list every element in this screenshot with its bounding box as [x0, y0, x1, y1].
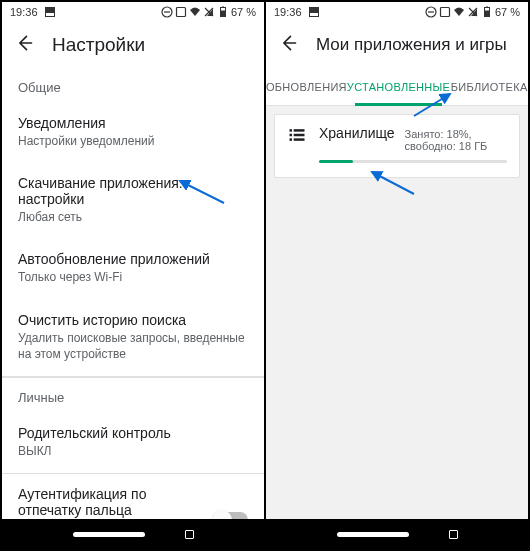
tab-installed[interactable]: УСТАНОВЛЕННЫЕ: [347, 68, 450, 105]
svg-rect-7: [221, 11, 225, 17]
wifi-icon: [453, 6, 465, 18]
svg-rect-22: [290, 138, 293, 141]
svg-rect-21: [294, 134, 305, 137]
setting-parental[interactable]: Родительский контроль ВЫКЛ: [2, 413, 264, 473]
section-personal: Личные: [2, 377, 264, 413]
storage-stats: Занято: 18%, свободно: 18 ГБ: [405, 128, 507, 152]
svg-rect-10: [310, 13, 318, 16]
status-bar: 19:36 67 %: [2, 2, 264, 22]
setting-subtitle: Любая сеть: [18, 209, 248, 225]
setting-title: Скачивание приложения: настройки: [18, 175, 248, 207]
nav-home-pill[interactable]: [73, 532, 145, 537]
setting-auto-update[interactable]: Автообновление приложений Только через W…: [2, 239, 264, 299]
svg-rect-6: [222, 7, 224, 8]
status-time: 19:36: [10, 6, 38, 18]
svg-rect-4: [176, 8, 185, 17]
phone-myapps: 19:36 67 % Мои приложения и игры ОБНОВЛЕ…: [265, 1, 529, 550]
nav-bar: [266, 519, 528, 549]
back-icon[interactable]: [14, 33, 34, 57]
no-signal-icon: [467, 6, 479, 18]
status-time: 19:36: [274, 6, 302, 18]
setting-title: Родительский контроль: [18, 425, 248, 441]
tab-library[interactable]: БИБЛИОТЕКА: [450, 68, 528, 105]
nav-recent-icon[interactable]: [449, 530, 458, 539]
setting-subtitle: Удалить поисковые запросы, введенные на …: [18, 330, 248, 362]
toolbar-settings: Настройки: [2, 22, 264, 68]
nav-bar: [2, 519, 264, 549]
status-bar: 19:36 67 %: [266, 2, 528, 22]
svg-rect-13: [440, 8, 449, 17]
wifi-icon: [189, 6, 201, 18]
screenshot-icon: [308, 6, 320, 18]
svg-rect-1: [46, 13, 54, 16]
nav-home-pill[interactable]: [337, 532, 409, 537]
battery-icon: [217, 6, 229, 18]
storage-progress-fill: [319, 160, 353, 163]
svg-rect-15: [486, 7, 488, 8]
svg-rect-18: [290, 129, 293, 132]
tab-updates[interactable]: ОБНОВЛЕНИЯ: [266, 68, 347, 105]
dnd-icon: [425, 6, 437, 18]
tabs: ОБНОВЛЕНИЯ УСТАНОВЛЕННЫЕ БИБЛИОТЕКА: [266, 68, 528, 106]
setting-notifications[interactable]: Уведомления Настройки уведомлений: [2, 103, 264, 163]
battery-text: 67 %: [231, 6, 256, 18]
apps-body[interactable]: Хранилище Занято: 18%, свободно: 18 ГБ: [266, 106, 528, 519]
storage-list-icon: [287, 125, 307, 149]
setting-clear-history[interactable]: Очистить историю поиска Удалить поисковы…: [2, 300, 264, 376]
battery-text: 67 %: [495, 6, 520, 18]
setting-title: Уведомления: [18, 115, 248, 131]
setting-download-prefs[interactable]: Скачивание приложения: настройки Любая с…: [2, 163, 264, 239]
back-icon[interactable]: [278, 33, 298, 57]
no-signal-icon: [203, 6, 215, 18]
setting-title: Автообновление приложений: [18, 251, 248, 267]
battery-icon: [481, 6, 493, 18]
page-title: Настройки: [52, 34, 145, 56]
setting-subtitle: ВЫКЛ: [18, 443, 248, 459]
svg-rect-16: [485, 11, 489, 17]
setting-fingerprint-auth[interactable]: Аутентификация по отпечатку пальца Для п…: [2, 474, 264, 519]
svg-rect-20: [290, 134, 293, 137]
toggle-switch[interactable]: [214, 512, 248, 519]
storage-progress: [319, 160, 507, 163]
setting-title: Очистить историю поиска: [18, 312, 248, 328]
toolbar-myapps: Мои приложения и игры: [266, 22, 528, 68]
dnd-icon: [161, 6, 173, 18]
storage-card[interactable]: Хранилище Занято: 18%, свободно: 18 ГБ: [274, 114, 520, 178]
setting-title: Аутентификация по отпечатку пальца: [18, 486, 208, 518]
svg-rect-23: [294, 138, 305, 141]
setting-subtitle: Только через Wi-Fi: [18, 269, 248, 285]
storage-title: Хранилище: [319, 125, 395, 141]
nfc-icon: [175, 6, 187, 18]
setting-subtitle: Настройки уведомлений: [18, 133, 248, 149]
phone-settings: 19:36 67 % Настройки Общие Уведомления Н…: [1, 1, 265, 550]
screenshot-icon: [44, 6, 56, 18]
nfc-icon: [439, 6, 451, 18]
section-general: Общие: [2, 68, 264, 103]
settings-scroll[interactable]: Общие Уведомления Настройки уведомлений …: [2, 68, 264, 519]
page-title: Мои приложения и игры: [316, 35, 507, 55]
nav-recent-icon[interactable]: [185, 530, 194, 539]
svg-rect-19: [294, 129, 305, 132]
